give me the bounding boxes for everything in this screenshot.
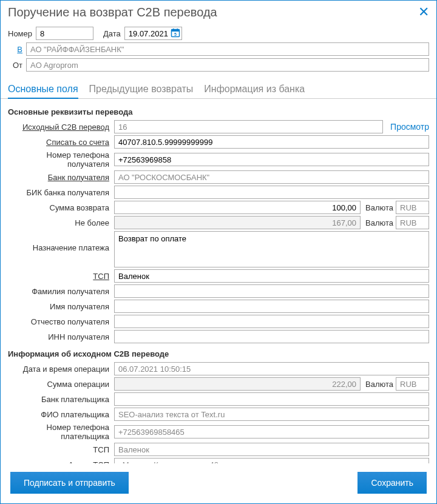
op-currency-input bbox=[396, 377, 429, 391]
number-input[interactable] bbox=[36, 27, 93, 40]
return-amount-input[interactable] bbox=[114, 201, 361, 214]
currency-label-3: Валюта bbox=[365, 380, 393, 389]
date-label: Дата bbox=[103, 29, 121, 38]
debit-account-label[interactable]: Списать со счета bbox=[8, 138, 114, 147]
calendar-icon[interactable]: 5 bbox=[171, 28, 180, 39]
svg-rect-2 bbox=[173, 29, 174, 30]
tabs: Основные поля Предыдущие возвраты Информ… bbox=[1, 79, 436, 99]
tsp-address-row: Адрес ТСП bbox=[8, 458, 429, 463]
to-row: В bbox=[8, 42, 429, 56]
payer-phone-input bbox=[114, 425, 429, 438]
recipient-lastname-input[interactable] bbox=[114, 284, 429, 298]
debit-account-row: Списать со счета bbox=[8, 135, 429, 149]
currency-label-1: Валюта bbox=[365, 203, 393, 212]
tsp2-input bbox=[114, 443, 429, 456]
tsp-row: ТСП bbox=[8, 269, 429, 283]
recipient-firstname-row: Имя получателя bbox=[8, 300, 429, 313]
tab-bank-info[interactable]: Информация из банка bbox=[204, 81, 305, 98]
op-amount-row: Сумма операции Валюта bbox=[8, 377, 429, 391]
svg-text:5: 5 bbox=[174, 32, 177, 36]
source-transfer-row: Исходный C2B перевод Просмотр bbox=[8, 120, 429, 133]
dialog-window: Поручение на возврат C2B перевода ✕ Номе… bbox=[0, 0, 437, 504]
debit-account-input[interactable] bbox=[114, 135, 429, 149]
content-area: Основные реквизиты перевода Исходный C2B… bbox=[1, 99, 436, 463]
tab-previous-returns[interactable]: Предыдущие возвраты bbox=[89, 81, 194, 98]
from-label: От bbox=[8, 61, 26, 70]
recipient-firstname-input[interactable] bbox=[114, 300, 429, 313]
number-label: Номер bbox=[8, 29, 32, 38]
tsp-label[interactable]: ТСП bbox=[8, 272, 114, 281]
from-row: От bbox=[8, 58, 429, 72]
header-section: Номер Дата 5 В От bbox=[1, 22, 436, 79]
recipient-bank-label[interactable]: Банк получателя bbox=[8, 173, 114, 182]
save-button[interactable]: Сохранить bbox=[357, 472, 427, 494]
recipient-patronymic-input[interactable] bbox=[114, 315, 429, 328]
max-amount-row: Не более Валюта bbox=[8, 216, 429, 229]
from-input bbox=[26, 58, 429, 72]
payer-fio-input bbox=[114, 408, 429, 421]
recipient-bank-row: Банк получателя bbox=[8, 170, 429, 184]
recipient-firstname-label: Имя получателя bbox=[8, 302, 114, 311]
recipient-lastname-row: Фамилия получателя bbox=[8, 284, 429, 298]
purpose-label: Назначение платежа bbox=[8, 231, 114, 252]
op-amount-input bbox=[114, 377, 361, 391]
section1-title: Основные реквизиты перевода bbox=[8, 107, 429, 116]
recipient-bik-row: БИК банка получателя bbox=[8, 186, 429, 199]
return-currency-input bbox=[396, 201, 429, 214]
tsp2-label: ТСП bbox=[8, 445, 114, 454]
to-label[interactable]: В bbox=[8, 45, 26, 54]
op-datetime-input bbox=[114, 362, 429, 375]
dialog-header: Поручение на возврат C2B перевода ✕ bbox=[1, 1, 436, 22]
payer-bank-input bbox=[114, 392, 429, 406]
recipient-bik-input[interactable] bbox=[114, 186, 429, 199]
recipient-bank-input bbox=[114, 170, 429, 184]
return-amount-label: Сумма возврата bbox=[8, 203, 114, 212]
tsp-input[interactable] bbox=[114, 269, 429, 283]
svg-rect-1 bbox=[171, 30, 179, 32]
tsp2-row: ТСП bbox=[8, 443, 429, 456]
recipient-phone-row: Номер телефона получателя bbox=[8, 150, 429, 169]
recipient-inn-label: ИНН получателя bbox=[8, 332, 114, 341]
footer: Подписать и отправить Сохранить bbox=[1, 463, 436, 503]
close-icon[interactable]: ✕ bbox=[418, 5, 429, 19]
payer-bank-label: Банк плательщика bbox=[8, 395, 114, 404]
payer-phone-label: Номер телефона плательщика bbox=[8, 423, 114, 441]
return-amount-row: Сумма возврата Валюта bbox=[8, 201, 429, 214]
payer-fio-label: ФИО плательщика bbox=[8, 410, 114, 419]
tsp-address-input bbox=[114, 458, 429, 463]
op-datetime-row: Дата и время операции bbox=[8, 362, 429, 375]
recipient-patronymic-row: Отчество получателя bbox=[8, 315, 429, 328]
section2-title: Информация об исходном C2B переводе bbox=[8, 349, 429, 358]
payer-fio-row: ФИО плательщика bbox=[8, 408, 429, 421]
recipient-phone-label: Номер телефона получателя bbox=[8, 150, 114, 169]
to-input bbox=[26, 42, 429, 56]
payer-bank-row: Банк плательщика bbox=[8, 392, 429, 406]
recipient-inn-input[interactable] bbox=[114, 330, 429, 343]
recipient-bik-label: БИК банка получателя bbox=[8, 188, 114, 197]
purpose-row: Назначение платежа bbox=[8, 231, 429, 267]
currency-label-2: Валюта bbox=[365, 218, 393, 227]
source-transfer-input bbox=[114, 120, 383, 133]
recipient-inn-row: ИНН получателя bbox=[8, 330, 429, 343]
number-date-row: Номер Дата 5 bbox=[8, 27, 429, 40]
op-datetime-label: Дата и время операции bbox=[8, 365, 114, 374]
recipient-phone-input[interactable] bbox=[114, 153, 429, 166]
tab-main[interactable]: Основные поля bbox=[8, 81, 78, 98]
svg-rect-3 bbox=[177, 29, 178, 30]
source-transfer-label[interactable]: Исходный C2B перевод bbox=[8, 123, 114, 132]
max-amount-label: Не более bbox=[8, 218, 114, 227]
recipient-patronymic-label: Отчество получателя bbox=[8, 317, 114, 326]
max-amount-input bbox=[114, 216, 361, 229]
payer-phone-row: Номер телефона плательщика bbox=[8, 423, 429, 441]
recipient-lastname-label: Фамилия получателя bbox=[8, 287, 114, 296]
max-currency-input bbox=[396, 216, 429, 229]
purpose-textarea[interactable] bbox=[114, 231, 429, 267]
op-amount-label: Сумма операции bbox=[8, 380, 114, 389]
view-link[interactable]: Просмотр bbox=[390, 122, 429, 132]
dialog-title: Поручение на возврат C2B перевода bbox=[8, 5, 217, 19]
sign-send-button[interactable]: Подписать и отправить bbox=[10, 472, 129, 494]
